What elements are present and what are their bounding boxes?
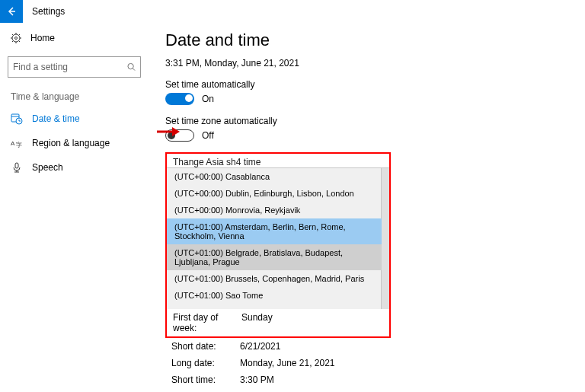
svg-line-8	[12, 41, 13, 42]
svg-line-9	[19, 34, 20, 35]
svg-point-1	[15, 37, 18, 40]
timezone-option[interactable]: (UTC+00:00) Casablanca	[167, 168, 382, 185]
sidebar-item-region-language[interactable]: A字 Region & language	[0, 131, 149, 155]
format-row: Short date: 6/21/2021	[165, 338, 585, 355]
timezone-option[interactable]: (UTC+00:00) Monrovia, Reykjavik	[167, 202, 382, 218]
svg-text:A: A	[11, 140, 15, 147]
timezone-dropdown-list[interactable]: (UTC+00:00) Casablanca (UTC+00:00) Dubli…	[167, 167, 389, 309]
current-datetime: 3:31 PM, Monday, June 21, 2021	[165, 58, 585, 69]
auto-time-state: On	[202, 94, 214, 104]
auto-time-label: Set time automatically	[165, 79, 585, 90]
format-key: Short time:	[171, 374, 240, 385]
svg-line-6	[12, 34, 13, 35]
main-content: Date and time 3:31 PM, Monday, June 21, …	[149, 23, 585, 392]
search-input[interactable]	[8, 56, 141, 78]
timezone-option[interactable]: (UTC+01:00) Sarajevo, Skopje, Warsaw, Za…	[167, 304, 382, 309]
truncated-header-text: Thange Asia sh4 time	[167, 154, 389, 167]
format-value: Monday, June 21, 2021	[240, 358, 335, 368]
format-value: 3:30 PM	[240, 374, 274, 385]
svg-line-7	[19, 41, 20, 42]
timezone-option-selected[interactable]: (UTC+01:00) Amsterdam, Berlin, Bern, Rom…	[167, 218, 382, 244]
sidebar-item-label: Region & language	[32, 138, 110, 148]
timezone-option[interactable]: (UTC+01:00) Sao Tome	[167, 287, 382, 304]
sidebar-item-label: Date & time	[32, 113, 80, 124]
svg-line-11	[133, 69, 135, 71]
svg-text:字: 字	[16, 142, 22, 148]
format-value: Sunday	[241, 312, 273, 333]
format-key: First day of week:	[173, 312, 241, 333]
format-value: 6/21/2021	[240, 341, 280, 352]
arrow-left-icon	[6, 6, 17, 17]
sidebar: Home Time & language Date & time A字 Regi…	[0, 23, 149, 392]
format-row: First day of week: Sunday	[167, 309, 389, 336]
sidebar-category: Time & language	[0, 85, 149, 107]
language-icon: A字	[11, 137, 23, 149]
auto-timezone-label: Set time zone automatically	[165, 116, 585, 126]
date-time-formats: Short date: 6/21/2021 Long date: Monday,…	[165, 338, 585, 392]
svg-rect-19	[15, 163, 18, 168]
search-input-field[interactable]	[13, 62, 127, 72]
sidebar-home[interactable]: Home	[0, 27, 149, 49]
timezone-option[interactable]: (UTC+01:00) Belgrade, Bratislava, Budape…	[167, 244, 382, 270]
svg-point-10	[128, 63, 133, 69]
back-button[interactable]	[0, 0, 23, 23]
format-key: Short date:	[171, 341, 240, 352]
gear-icon	[11, 33, 21, 43]
titlebar-label: Settings	[32, 6, 65, 17]
auto-time-toggle[interactable]	[165, 93, 194, 105]
sidebar-item-speech[interactable]: Speech	[0, 155, 149, 180]
sidebar-home-label: Home	[30, 33, 55, 43]
calendar-clock-icon	[11, 113, 23, 125]
format-key: Long date:	[171, 358, 240, 368]
page-title: Date and time	[165, 30, 585, 50]
titlebar: Settings	[0, 0, 585, 23]
format-row: Long time: 3:30:56 PM	[165, 388, 585, 392]
sidebar-item-label: Speech	[32, 162, 63, 173]
auto-timezone-state: Off	[202, 130, 214, 141]
svg-point-0	[12, 34, 20, 42]
microphone-icon	[11, 161, 23, 174]
timezone-option[interactable]: (UTC+00:00) Dublin, Edinburgh, Lisbon, L…	[167, 185, 382, 202]
search-icon	[127, 62, 136, 72]
auto-timezone-toggle[interactable]	[165, 129, 194, 142]
format-row: Short time: 3:30 PM	[165, 371, 585, 388]
format-row: Long date: Monday, June 21, 2021	[165, 355, 585, 371]
sidebar-item-date-time[interactable]: Date & time	[0, 107, 149, 131]
timezone-option[interactable]: (UTC+01:00) Brussels, Copenhagen, Madrid…	[167, 270, 382, 287]
timezone-dropdown-highlighted: Thange Asia sh4 time (UTC+00:00) Casabla…	[165, 152, 391, 338]
